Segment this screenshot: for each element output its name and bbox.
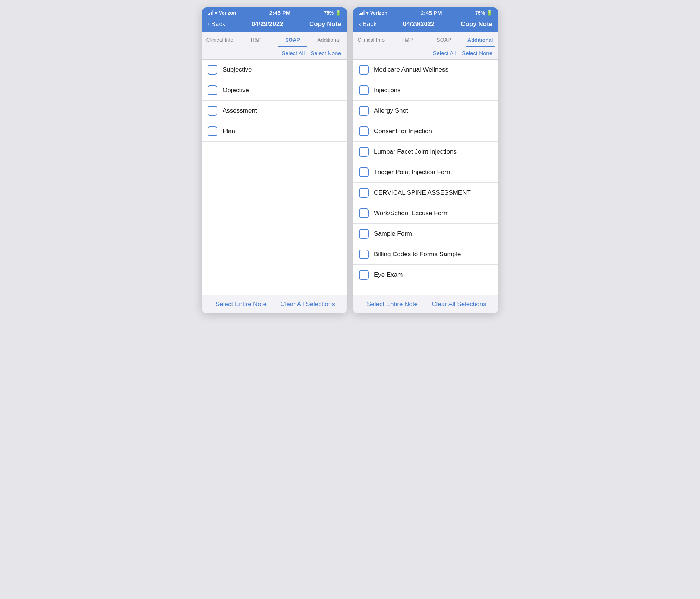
wifi-icon-1: ▾ (215, 10, 217, 16)
tab-clinical-info-1[interactable]: Clinical Info (202, 32, 238, 47)
status-bar-2: ▾ Verizon 2:45 PM 75% 🔋 (353, 7, 498, 18)
copy-note-button-1[interactable]: Copy Note (309, 21, 341, 28)
signal-bars-1 (208, 10, 213, 15)
list-item[interactable]: Medicare Annual Wellness (353, 60, 498, 80)
battery-icon-1: 🔋 (335, 10, 341, 16)
list-item[interactable]: Plan (202, 121, 347, 142)
nav-date-2: 04/29/2022 (403, 21, 435, 28)
tab-clinical-info-2[interactable]: Clinical Info (353, 32, 390, 47)
nav-bar-2: ‹ Back 04/29/2022 Copy Note (353, 18, 498, 32)
tab-hp-2[interactable]: H&P (390, 32, 426, 47)
checkbox-allergy-shot[interactable] (359, 106, 369, 116)
checkbox-sample-form[interactable] (359, 229, 369, 239)
signal-bars-2 (359, 10, 365, 15)
checkbox-lumbar-facet[interactable] (359, 147, 369, 157)
checkbox-cervical-spine[interactable] (359, 188, 369, 198)
clear-all-selections-button-2[interactable]: Clear All Selections (426, 301, 492, 308)
item-label-allergy-shot: Allergy Shot (374, 107, 408, 115)
checkbox-eye-exam[interactable] (359, 270, 369, 280)
list-item[interactable]: Sample Form (353, 224, 498, 244)
list-item[interactable]: Assessment (202, 101, 347, 121)
select-bar-1: Select All Select None (202, 47, 347, 60)
list-item[interactable]: Eye Exam (353, 265, 498, 285)
item-label-injections: Injections (374, 87, 401, 94)
chevron-left-icon-2: ‹ (359, 21, 361, 28)
select-none-button-1[interactable]: Select None (310, 50, 341, 56)
bottom-bar-1: Select Entire Note Clear All Selections (202, 295, 347, 313)
checkbox-medicare-annual-wellness[interactable] (359, 65, 369, 75)
select-none-button-2[interactable]: Select None (462, 50, 492, 56)
item-label-billing-codes: Billing Codes to Forms Sample (374, 251, 461, 258)
list-item[interactable]: Billing Codes to Forms Sample (353, 244, 498, 265)
item-label-eye-exam: Eye Exam (374, 271, 403, 279)
item-label-objective: Objective (223, 87, 249, 94)
status-bar-1: ▾ Verizon 2:45 PM 75% 🔋 (202, 7, 347, 18)
list-item[interactable]: Lumbar Facet Joint Injections (353, 142, 498, 162)
soap-list-1: Subjective Objective Assessment Plan (202, 60, 347, 295)
phone-1: ▾ Verizon 2:45 PM 75% 🔋 ‹ Back 04/29/202… (202, 7, 347, 313)
item-label-work-school: Work/School Excuse Form (374, 210, 449, 217)
item-label-medicare: Medicare Annual Wellness (374, 66, 448, 73)
back-label-1: Back (211, 21, 226, 28)
back-button-2[interactable]: ‹ Back (359, 21, 376, 28)
status-right-2: 75% 🔋 (475, 10, 492, 16)
carrier-1: Verizon (219, 10, 236, 16)
battery-pct-1: 75% (324, 10, 334, 16)
checkbox-consent-injection[interactable] (359, 126, 369, 136)
list-item[interactable]: Injections (353, 80, 498, 101)
list-item[interactable]: Objective (202, 80, 347, 101)
bottom-bar-2: Select Entire Note Clear All Selections (353, 295, 498, 313)
status-left-1: ▾ Verizon (208, 10, 236, 16)
checkbox-plan[interactable] (208, 126, 217, 136)
select-bar-2: Select All Select None (353, 47, 498, 60)
tab-bar-1: Clinical Info H&P SOAP Additional (202, 32, 347, 47)
list-item[interactable]: Work/School Excuse Form (353, 203, 498, 224)
checkbox-assessment[interactable] (208, 106, 217, 116)
clear-all-selections-button-1[interactable]: Clear All Selections (274, 301, 341, 308)
copy-note-button-2[interactable]: Copy Note (461, 21, 492, 28)
checkbox-subjective[interactable] (208, 65, 217, 75)
list-item[interactable]: Consent for Injection (353, 121, 498, 142)
battery-icon-2: 🔋 (486, 10, 492, 16)
list-item[interactable]: CERVICAL SPINE ASSESSMENT (353, 183, 498, 203)
checkbox-work-school[interactable] (359, 208, 369, 218)
list-item[interactable]: Allergy Shot (353, 101, 498, 121)
item-label-subjective: Subjective (223, 66, 252, 73)
tab-soap-2[interactable]: SOAP (426, 32, 462, 47)
item-label-cervical-spine: CERVICAL SPINE ASSESSMENT (374, 189, 471, 197)
status-time-1: 2:45 PM (269, 10, 291, 16)
tab-hp-1[interactable]: H&P (238, 32, 275, 47)
list-item[interactable]: Subjective (202, 60, 347, 80)
tab-additional-1[interactable]: Additional (311, 32, 347, 47)
checkbox-objective[interactable] (208, 85, 217, 95)
tab-additional-2[interactable]: Additional (462, 32, 499, 47)
nav-date-1: 04/29/2022 (252, 21, 283, 28)
additional-list-2: Medicare Annual Wellness Injections Alle… (353, 60, 498, 295)
checkbox-injections[interactable] (359, 85, 369, 95)
item-label-lumbar: Lumbar Facet Joint Injections (374, 148, 457, 156)
item-label-consent: Consent for Injection (374, 128, 432, 135)
select-entire-note-button-1[interactable]: Select Entire Note (208, 301, 274, 308)
select-all-button-1[interactable]: Select All (282, 50, 305, 56)
checkbox-billing-codes[interactable] (359, 250, 369, 259)
back-button-1[interactable]: ‹ Back (208, 21, 225, 28)
item-label-assessment: Assessment (223, 107, 257, 115)
phones-container: ▾ Verizon 2:45 PM 75% 🔋 ‹ Back 04/29/202… (202, 7, 498, 313)
battery-pct-2: 75% (475, 10, 485, 16)
status-left-2: ▾ Verizon (359, 10, 387, 16)
tab-bar-2: Clinical Info H&P SOAP Additional (353, 32, 498, 47)
item-label-plan: Plan (223, 128, 235, 135)
wifi-icon-2: ▾ (366, 10, 369, 16)
status-right-1: 75% 🔋 (324, 10, 341, 16)
status-time-2: 2:45 PM (421, 10, 442, 16)
chevron-left-icon-1: ‹ (208, 21, 210, 28)
tab-soap-1[interactable]: SOAP (274, 32, 311, 47)
select-all-button-2[interactable]: Select All (433, 50, 456, 56)
list-item[interactable]: Trigger Point Injection Form (353, 162, 498, 183)
nav-bar-1: ‹ Back 04/29/2022 Copy Note (202, 18, 347, 32)
select-entire-note-button-2[interactable]: Select Entire Note (359, 301, 426, 308)
checkbox-trigger-point[interactable] (359, 167, 369, 177)
item-label-sample-form: Sample Form (374, 230, 412, 238)
item-label-trigger-point: Trigger Point Injection Form (374, 169, 452, 176)
phone-2: ▾ Verizon 2:45 PM 75% 🔋 ‹ Back 04/29/202… (353, 7, 498, 313)
